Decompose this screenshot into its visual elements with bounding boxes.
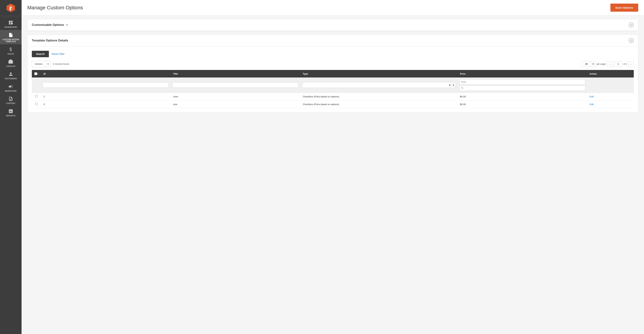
filter-type-group: ▾ [302,82,456,88]
table-row: 3 size Checkbox (Price based on options)… [32,100,634,108]
pagination: ‹ 1 of 1 › [608,61,634,67]
sidebar-item-content-label: CONTENT [6,102,16,104]
sidebar-item-catalog[interactable]: CATALOG [0,57,22,69]
price-from-input[interactable] [459,79,585,85]
per-page-group: 20 ▾ per page [582,61,606,67]
per-page-select-group: 20 ▾ [582,61,596,67]
per-page-dropdown-button[interactable]: ▾ [591,61,595,67]
page-input[interactable]: 1 [614,61,622,67]
sidebar-item-customers[interactable]: CUSTOMERS [0,69,22,81]
sidebar-item-dashboard-label: DASHBOARD [4,26,17,28]
select-all-checkbox[interactable] [34,72,37,75]
sidebar-item-reports-label: REPORTS [6,115,16,117]
toolbar: Actions ▾ 2 records found 20 ▾ per page [32,61,634,67]
template-options-header[interactable]: Template Options Details ⊙ [28,35,638,46]
sidebar-item-content[interactable]: CONTENT [0,94,22,106]
page-header: Manage Custom Options Save Options [22,0,644,15]
sidebar-item-dashboard[interactable]: DASHBOARD [0,17,22,30]
sidebar-item-marketing[interactable]: MARKETING [0,81,22,94]
table-header-checkbox: ▾ [32,70,41,77]
customers-icon [8,72,13,77]
sidebar-item-cot-label: CUSTOM OPTION TEMPLATE [2,38,20,42]
collapse-customizable-icon[interactable]: ⊙ [629,22,634,27]
options-table: ▾ ID Title Type [32,70,634,108]
price-to-input[interactable] [459,85,585,91]
sidebar-item-marketing-label: MARKETING [5,90,16,92]
next-page-button[interactable]: › [628,61,634,67]
row-checkbox-1[interactable] [35,95,38,97]
table-header-action: Action [587,70,634,77]
filter-title-cell [170,77,300,93]
main-content: Manage Custom Options Save Options Custo… [22,0,644,334]
reports-icon [8,109,13,114]
table-row: 2 color Checkbox (Price based on options… [32,93,634,100]
table-header-type: Type [300,70,458,77]
sidebar: DASHBOARD CUSTOM OPTION TEMPLATE SALES C… [0,0,22,334]
row-title-cell-1: color [170,93,300,100]
edit-button-2[interactable]: Edit [590,103,594,106]
actions-button[interactable]: Actions [32,61,46,67]
customizable-options-header[interactable]: Customizable Options ✏ ⊙ [28,19,638,31]
reset-filter-button[interactable]: Reset Filter [52,53,65,55]
row-action-cell-1: Edit [587,93,634,100]
search-row: Search Reset Filter [32,51,634,57]
row-checkbox-cell-1 [32,93,41,100]
sidebar-item-catalog-label: CATALOG [6,65,15,67]
table-header-price: Price [458,70,587,77]
sidebar-logo [0,0,22,16]
template-options-section: Template Options Details ⊙ Search Reset … [27,35,638,113]
content-icon [8,96,13,101]
actions-dropdown-button[interactable]: ▾ [46,61,50,67]
sidebar-item-custom-option-template[interactable]: CUSTOM OPTION TEMPLATE [0,30,22,44]
per-page-label: per page [596,63,606,65]
template-options-body: Search Reset Filter Actions ▾ 2 records … [28,46,638,113]
row-id-cell-2: 3 [41,100,170,108]
catalog-icon [8,59,13,64]
edit-button-1[interactable]: Edit [590,95,594,98]
sidebar-item-sales[interactable]: SALES [0,44,22,57]
sidebar-item-reports[interactable]: REPORTS [0,106,22,119]
sidebar-divider [2,17,20,17]
records-found: 2 records found [53,63,69,65]
sidebar-item-customers-label: CUSTOMERS [5,78,17,80]
toolbar-left: Actions ▾ 2 records found [32,61,69,67]
filter-type-dropdown[interactable]: ▾ [451,82,456,88]
filter-title-input[interactable] [172,82,298,88]
dashboard-icon [8,20,13,25]
search-button[interactable]: Search [32,51,49,57]
filter-row: ▾ [32,77,634,93]
page-title: Manage Custom Options [27,5,83,10]
row-checkbox-cell-2 [32,100,41,108]
toolbar-right: 20 ▾ per page ‹ 1 of 1 › [582,61,634,67]
actions-group: Actions ▾ [32,61,51,67]
save-options-button[interactable]: Save Options [610,3,638,12]
customizable-options-title: Customizable Options ✏ [32,23,68,27]
prev-page-button[interactable]: ‹ [608,61,613,67]
filter-price-cell [458,77,587,93]
marketing-icon [8,84,13,89]
row-price-cell-1: $0.00 [458,93,587,100]
table-header-id: ID [41,70,170,77]
sidebar-item-sales-label: SALES [8,53,14,55]
row-checkbox-2[interactable] [35,103,38,105]
row-price-cell-2: $0.00 [458,100,587,108]
checkbox-dropdown-arrow[interactable]: ▾ [38,73,38,75]
filter-type-select[interactable] [302,82,451,88]
template-icon [8,32,13,37]
filter-type-cell: ▾ [300,77,458,93]
row-type-cell-1: Checkbox (Price based on options) [300,93,458,100]
row-type-cell-2: Checkbox (Price based on options) [300,100,458,108]
sales-icon [8,47,13,52]
collapse-template-icon[interactable]: ⊙ [629,38,634,43]
price-filter-group [459,79,585,91]
row-title-cell-2: size [170,100,300,108]
filter-id-input[interactable] [43,82,169,88]
per-page-input[interactable]: 20 [582,61,591,67]
content-area: Customizable Options ✏ ⊙ Template Option… [22,15,644,334]
filter-checkbox-cell [32,77,41,93]
customizable-options-section: Customizable Options ✏ ⊙ [27,19,638,31]
filter-id-cell [41,77,170,93]
page-of: of 1 [623,63,627,65]
template-options-title: Template Options Details [32,39,68,42]
pencil-icon[interactable]: ✏ [66,23,68,27]
